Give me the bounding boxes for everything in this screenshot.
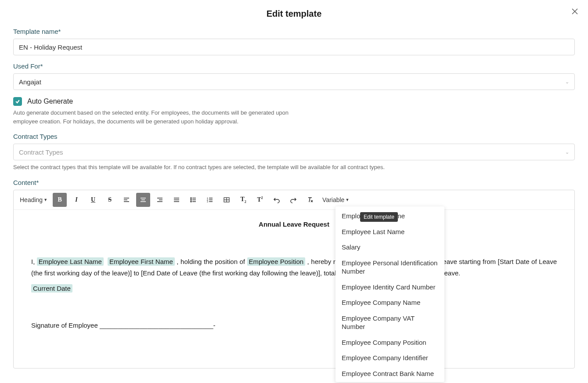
variable-menu-item[interactable]: Employee Company Identifier: [335, 350, 444, 366]
table-button[interactable]: [220, 193, 234, 207]
close-icon: [571, 8, 578, 15]
clear-format-button[interactable]: [303, 193, 317, 207]
align-left-icon: [123, 196, 130, 203]
contract-types-placeholder: Contract Types: [19, 148, 63, 156]
heading-dropdown-label: Heading: [20, 196, 43, 203]
close-button[interactable]: [570, 8, 579, 17]
template-name-input[interactable]: [13, 39, 575, 55]
undo-button[interactable]: [270, 193, 284, 207]
variable-dropdown-menu: Employee First NameEmployee Last NameSal…: [335, 206, 444, 382]
variable-tag-lastname[interactable]: Employee Last Name: [37, 257, 104, 266]
used-for-label: Used For*: [13, 62, 575, 70]
document-paragraph: I, Employee Last Name Employee First Nam…: [31, 256, 557, 278]
superscript-button[interactable]: T2: [253, 193, 267, 207]
redo-button[interactable]: [286, 193, 300, 207]
variable-menu-item[interactable]: Salary: [335, 239, 444, 255]
template-name-label: Template name*: [13, 28, 575, 35]
variable-menu-item[interactable]: Employee Personal Identification Number: [335, 255, 444, 279]
auto-generate-helper: Auto generate document based on the sele…: [13, 108, 294, 126]
undo-icon: [273, 196, 280, 203]
bullet-list-button[interactable]: [186, 193, 200, 207]
align-center-button[interactable]: [136, 193, 150, 207]
contract-types-label: Contract Types: [13, 133, 575, 140]
align-right-icon: [156, 196, 163, 203]
variable-dropdown-label: Variable: [322, 196, 344, 203]
variable-menu-item[interactable]: Employee Contract Bank Account: [335, 381, 444, 382]
variable-menu-item[interactable]: Employee Company Position: [335, 335, 444, 350]
variable-menu-item[interactable]: Employee Company VAT Number: [335, 311, 444, 335]
svg-point-18: [191, 201, 191, 202]
auto-generate-checkbox[interactable]: [13, 97, 22, 106]
variable-menu-item[interactable]: Employee Contract Bank Name: [335, 366, 444, 382]
numbered-list-button[interactable]: 123: [203, 193, 217, 207]
variable-dropdown[interactable]: Variable▼: [320, 195, 352, 205]
modal-title: Edit template: [0, 9, 588, 19]
redo-icon: [290, 196, 297, 203]
bullet-list-icon: [190, 196, 197, 203]
align-right-button[interactable]: [153, 193, 167, 207]
align-center-icon: [140, 196, 147, 203]
align-justify-button[interactable]: [170, 193, 184, 207]
table-icon: [223, 196, 230, 203]
used-for-select[interactable]: Angajat ⌄: [13, 73, 575, 90]
variable-tag-currentdate[interactable]: Current Date: [31, 284, 72, 293]
svg-point-14: [191, 198, 191, 199]
signature-line: Signature of Employee __________________…: [31, 320, 557, 331]
align-left-button[interactable]: [119, 193, 133, 207]
contract-types-helper: Select the contract types that this temp…: [13, 163, 575, 172]
editor-body[interactable]: Annual Leave Request I, Employee Last Na…: [14, 210, 574, 368]
italic-button[interactable]: I: [69, 193, 83, 207]
contract-types-select[interactable]: Contract Types ⌄: [13, 144, 575, 160]
svg-point-16: [191, 199, 191, 200]
document-title: Annual Leave Request: [31, 219, 557, 230]
clear-format-icon: [307, 196, 314, 203]
numbered-list-icon: 123: [206, 196, 213, 203]
content-label: Content*: [13, 179, 575, 186]
auto-generate-label: Auto Generate: [27, 98, 73, 105]
editor-toolbar: Heading▼ B I U S 123 T2 T2: [14, 190, 574, 210]
used-for-value: Angajat: [19, 78, 41, 86]
bold-button[interactable]: B: [53, 193, 67, 207]
strikethrough-button[interactable]: S: [103, 193, 117, 207]
content-editor: Heading▼ B I U S 123 T2 T2: [13, 190, 575, 369]
variable-tag-firstname[interactable]: Employee First Name: [108, 257, 175, 266]
variable-menu-item[interactable]: Employee Last Name: [335, 224, 444, 240]
text-fragment: , holding the position of: [177, 258, 247, 265]
chevron-down-icon: ⌄: [565, 79, 569, 85]
align-justify-icon: [173, 196, 180, 203]
text-fragment: I,: [31, 258, 37, 265]
tooltip: Edit template: [360, 212, 398, 222]
chevron-down-icon: ⌄: [565, 149, 569, 155]
variable-menu-item[interactable]: Employee Company Name: [335, 295, 444, 311]
document-paragraph: Current Date: [31, 283, 557, 294]
variable-menu-item[interactable]: Employee Identity Card Number: [335, 279, 444, 295]
subscript-button[interactable]: T2: [236, 193, 250, 207]
underline-button[interactable]: U: [86, 193, 100, 207]
svg-text:3: 3: [207, 200, 208, 203]
heading-dropdown[interactable]: Heading▼: [17, 195, 50, 205]
variable-tag-position[interactable]: Employee Position: [247, 257, 306, 266]
check-icon: [15, 99, 20, 104]
